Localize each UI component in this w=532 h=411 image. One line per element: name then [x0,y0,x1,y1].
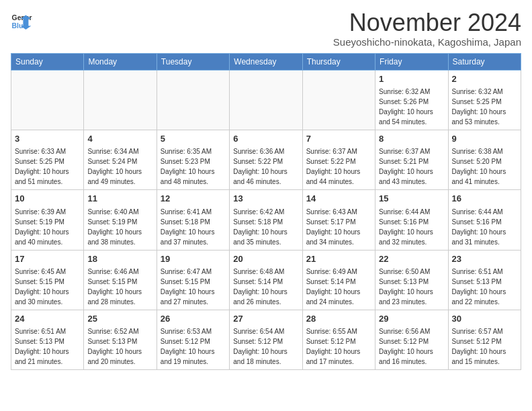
calendar-cell: 28Sunrise: 6:55 AM Sunset: 5:12 PM Dayli… [302,310,375,369]
calendar-cell [11,71,84,130]
day-number: 27 [233,313,298,325]
day-number: 17 [15,253,80,265]
calendar-cell: 9Sunrise: 6:38 AM Sunset: 5:20 PM Daylig… [448,130,521,190]
calendar-cell: 18Sunrise: 6:46 AM Sunset: 5:15 PM Dayli… [84,250,157,310]
day-info: Sunrise: 6:47 AM Sunset: 5:15 PM Dayligh… [161,267,226,307]
calendar-cell: 1Sunrise: 6:32 AM Sunset: 5:26 PM Daylig… [375,71,448,130]
calendar-cell [157,71,229,130]
weekday-header-row: SundayMondayTuesdayWednesdayThursdayFrid… [11,54,521,71]
day-info: Sunrise: 6:43 AM Sunset: 5:17 PM Dayligh… [306,207,371,247]
week-row: 10Sunrise: 6:39 AM Sunset: 5:19 PM Dayli… [11,190,521,250]
day-number: 25 [87,313,152,325]
day-number: 4 [87,133,152,145]
day-number: 12 [161,193,226,205]
calendar-cell: 3Sunrise: 6:33 AM Sunset: 5:25 PM Daylig… [11,130,84,190]
week-row: 1Sunrise: 6:32 AM Sunset: 5:26 PM Daylig… [11,71,521,130]
calendar-cell: 7Sunrise: 6:37 AM Sunset: 5:22 PM Daylig… [302,130,375,190]
day-info: Sunrise: 6:37 AM Sunset: 5:21 PM Dayligh… [379,146,444,187]
day-info: Sunrise: 6:34 AM Sunset: 5:24 PM Dayligh… [87,146,152,187]
day-number: 7 [306,133,371,145]
day-number: 8 [379,133,444,145]
logo: General Blue [11,11,32,32]
month-title: November 2024 [333,11,521,35]
day-info: Sunrise: 6:55 AM Sunset: 5:12 PM Dayligh… [306,326,371,367]
week-row: 24Sunrise: 6:51 AM Sunset: 5:13 PM Dayli… [11,310,521,369]
calendar-cell: 13Sunrise: 6:42 AM Sunset: 5:18 PM Dayli… [230,190,302,250]
day-number: 20 [233,253,298,265]
calendar-cell: 16Sunrise: 6:44 AM Sunset: 5:16 PM Dayli… [448,190,521,250]
day-info: Sunrise: 6:32 AM Sunset: 5:26 PM Dayligh… [379,87,444,127]
day-number: 29 [379,313,444,325]
weekday-header: Monday [84,54,157,71]
day-number: 28 [306,313,371,325]
calendar-cell [84,71,157,130]
calendar-cell: 25Sunrise: 6:52 AM Sunset: 5:13 PM Dayli… [84,310,157,369]
day-info: Sunrise: 6:44 AM Sunset: 5:16 PM Dayligh… [452,207,517,247]
day-info: Sunrise: 6:57 AM Sunset: 5:12 PM Dayligh… [452,326,517,367]
calendar-cell [230,71,302,130]
calendar-cell: 17Sunrise: 6:45 AM Sunset: 5:15 PM Dayli… [11,250,84,310]
calendar-cell: 11Sunrise: 6:40 AM Sunset: 5:19 PM Dayli… [84,190,157,250]
calendar-cell: 26Sunrise: 6:53 AM Sunset: 5:12 PM Dayli… [157,310,229,369]
day-info: Sunrise: 6:56 AM Sunset: 5:12 PM Dayligh… [379,326,444,367]
weekday-header: Friday [375,54,448,71]
day-info: Sunrise: 6:49 AM Sunset: 5:14 PM Dayligh… [306,267,371,307]
day-number: 9 [452,133,517,145]
weekday-header: Sunday [11,54,84,71]
day-number: 11 [87,193,152,205]
day-number: 16 [452,193,517,205]
calendar-cell [302,71,375,130]
day-info: Sunrise: 6:50 AM Sunset: 5:13 PM Dayligh… [379,267,444,307]
day-info: Sunrise: 6:46 AM Sunset: 5:15 PM Dayligh… [87,267,152,307]
calendar-cell: 24Sunrise: 6:51 AM Sunset: 5:13 PM Dayli… [11,310,84,369]
day-info: Sunrise: 6:48 AM Sunset: 5:14 PM Dayligh… [233,267,298,307]
day-number: 19 [161,253,226,265]
day-number: 15 [379,193,444,205]
day-info: Sunrise: 6:40 AM Sunset: 5:19 PM Dayligh… [87,207,152,247]
day-info: Sunrise: 6:37 AM Sunset: 5:22 PM Dayligh… [306,146,371,187]
day-info: Sunrise: 6:52 AM Sunset: 5:13 PM Dayligh… [87,326,152,367]
calendar-cell: 20Sunrise: 6:48 AM Sunset: 5:14 PM Dayli… [230,250,302,310]
day-info: Sunrise: 6:51 AM Sunset: 5:13 PM Dayligh… [452,267,517,307]
calendar-cell: 4Sunrise: 6:34 AM Sunset: 5:24 PM Daylig… [84,130,157,190]
page-header: General Blue November 2024 Sueyoshicho-n… [11,11,521,48]
day-info: Sunrise: 6:32 AM Sunset: 5:25 PM Dayligh… [452,87,517,127]
calendar-cell: 22Sunrise: 6:50 AM Sunset: 5:13 PM Dayli… [375,250,448,310]
calendar-cell: 29Sunrise: 6:56 AM Sunset: 5:12 PM Dayli… [375,310,448,369]
day-info: Sunrise: 6:35 AM Sunset: 5:23 PM Dayligh… [161,146,226,187]
day-info: Sunrise: 6:33 AM Sunset: 5:25 PM Dayligh… [15,146,80,187]
day-number: 24 [15,313,80,325]
calendar-cell: 23Sunrise: 6:51 AM Sunset: 5:13 PM Dayli… [448,250,521,310]
day-info: Sunrise: 6:54 AM Sunset: 5:12 PM Dayligh… [233,326,298,367]
calendar-cell: 8Sunrise: 6:37 AM Sunset: 5:21 PM Daylig… [375,130,448,190]
day-info: Sunrise: 6:44 AM Sunset: 5:16 PM Dayligh… [379,207,444,247]
calendar-cell: 19Sunrise: 6:47 AM Sunset: 5:15 PM Dayli… [157,250,229,310]
week-row: 17Sunrise: 6:45 AM Sunset: 5:15 PM Dayli… [11,250,521,310]
day-number: 13 [233,193,298,205]
calendar-cell: 2Sunrise: 6:32 AM Sunset: 5:25 PM Daylig… [448,71,521,130]
day-info: Sunrise: 6:36 AM Sunset: 5:22 PM Dayligh… [233,146,298,187]
day-info: Sunrise: 6:41 AM Sunset: 5:18 PM Dayligh… [161,207,226,247]
day-number: 30 [452,313,517,325]
day-info: Sunrise: 6:38 AM Sunset: 5:20 PM Dayligh… [452,146,517,187]
location-title: Sueyoshicho-ninokata, Kagoshima, Japan [333,36,521,48]
weekday-header: Tuesday [157,54,229,71]
day-number: 21 [306,253,371,265]
weekday-header: Thursday [302,54,375,71]
day-info: Sunrise: 6:45 AM Sunset: 5:15 PM Dayligh… [15,267,80,307]
calendar-cell: 12Sunrise: 6:41 AM Sunset: 5:18 PM Dayli… [157,190,229,250]
day-number: 14 [306,193,371,205]
day-info: Sunrise: 6:42 AM Sunset: 5:18 PM Dayligh… [233,207,298,247]
day-info: Sunrise: 6:53 AM Sunset: 5:12 PM Dayligh… [161,326,226,367]
calendar-cell: 30Sunrise: 6:57 AM Sunset: 5:12 PM Dayli… [448,310,521,369]
calendar-cell: 15Sunrise: 6:44 AM Sunset: 5:16 PM Dayli… [375,190,448,250]
day-number: 5 [161,133,226,145]
calendar-cell: 27Sunrise: 6:54 AM Sunset: 5:12 PM Dayli… [230,310,302,369]
day-info: Sunrise: 6:39 AM Sunset: 5:19 PM Dayligh… [15,207,80,247]
day-number: 23 [452,253,517,265]
weekday-header: Saturday [448,54,521,71]
day-number: 10 [15,193,80,205]
logo-icon: General Blue [11,11,32,32]
calendar-cell: 6Sunrise: 6:36 AM Sunset: 5:22 PM Daylig… [230,130,302,190]
day-number: 3 [15,133,80,145]
